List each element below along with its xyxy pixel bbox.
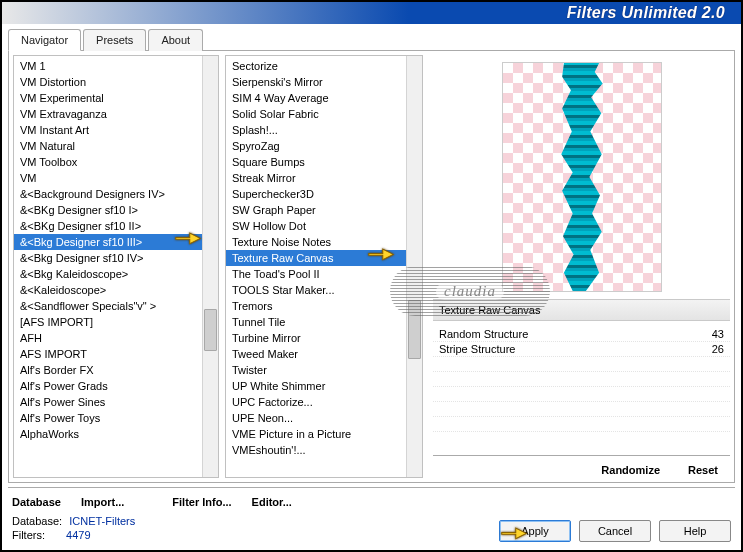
database-button[interactable]: Database	[8, 494, 65, 510]
list-item[interactable]: VM Distortion	[14, 74, 202, 90]
scrollbar-thumb[interactable]	[204, 309, 217, 351]
window-body: Navigator Presets About VM 1VM Distortio…	[2, 24, 741, 550]
status-row: Database: ICNET-Filters Filters: 4479 Ap…	[8, 510, 735, 544]
main-panel: VM 1VM DistortionVM ExperimentalVM Extra…	[8, 51, 735, 483]
param-row-empty	[433, 387, 730, 402]
list-item[interactable]: Solid Solar Fabric	[226, 106, 406, 122]
editor-button[interactable]: Editor...	[248, 494, 296, 510]
app-window: Filters Unlimited 2.0 Navigator Presets …	[0, 0, 743, 552]
category-column: VM 1VM DistortionVM ExperimentalVM Extra…	[13, 55, 219, 478]
list-item[interactable]: Alf's Power Toys	[14, 410, 202, 426]
tab-about[interactable]: About	[148, 29, 203, 51]
list-item[interactable]: SW Hollow Dot	[226, 218, 406, 234]
param-row[interactable]: Stripe Structure 26	[433, 342, 730, 357]
list-item[interactable]: &<BKg Designer sf10 II>	[14, 218, 202, 234]
list-item[interactable]: SW Graph Paper	[226, 202, 406, 218]
database-label: Database:	[12, 515, 62, 527]
list-item[interactable]: Alf's Power Grads	[14, 378, 202, 394]
list-item[interactable]: Alf's Power Sines	[14, 394, 202, 410]
list-item[interactable]: &<Background Designers IV>	[14, 186, 202, 202]
reset-button[interactable]: Reset	[684, 462, 722, 478]
list-item[interactable]: AFS IMPORT	[14, 346, 202, 362]
selected-filter-name: Texture Raw Canvas	[433, 299, 730, 321]
list-item[interactable]: TOOLS Star Maker...	[226, 282, 406, 298]
list-item[interactable]: Sectorize	[226, 58, 406, 74]
list-item[interactable]: Streak Mirror	[226, 170, 406, 186]
list-item[interactable]: UPC Factorize...	[226, 394, 406, 410]
category-list[interactable]: VM 1VM DistortionVM ExperimentalVM Extra…	[14, 56, 202, 477]
preview-image	[502, 62, 662, 292]
list-item[interactable]: Texture Noise Notes	[226, 234, 406, 250]
list-item[interactable]: Texture Raw Canvas	[226, 250, 406, 266]
cancel-button[interactable]: Cancel	[579, 520, 651, 542]
list-item[interactable]: UP White Shimmer	[226, 378, 406, 394]
filter-scrollbar[interactable]	[406, 56, 422, 477]
list-item[interactable]: [AFS IMPORT]	[14, 314, 202, 330]
title-bar: Filters Unlimited 2.0	[2, 2, 741, 24]
param-value: 26	[712, 343, 724, 355]
filter-column: SectorizeSierpenski's MirrorSIM 4 Way Av…	[225, 55, 423, 478]
list-item[interactable]: Twister	[226, 362, 406, 378]
scrollbar-thumb[interactable]	[408, 300, 421, 359]
list-item[interactable]: &<Bkg Designer sf10 IV>	[14, 250, 202, 266]
list-item[interactable]: VM Instant Art	[14, 122, 202, 138]
list-item[interactable]: Sierpenski's Mirror	[226, 74, 406, 90]
preview-area	[433, 55, 730, 299]
param-name: Random Structure	[439, 328, 712, 340]
list-item[interactable]: &<Sandflower Specials"v" >	[14, 298, 202, 314]
tab-presets[interactable]: Presets	[83, 29, 146, 51]
window-title: Filters Unlimited 2.0	[567, 4, 725, 22]
list-item[interactable]: Tweed Maker	[226, 346, 406, 362]
list-item[interactable]: SIM 4 Way Average	[226, 90, 406, 106]
list-item[interactable]: VM Toolbox	[14, 154, 202, 170]
bottom-link-row: Database Import... Filter Info... Editor…	[8, 487, 735, 510]
list-item[interactable]: SpyroZag	[226, 138, 406, 154]
list-item[interactable]: UPE Neon...	[226, 410, 406, 426]
tab-navigator[interactable]: Navigator	[8, 29, 81, 51]
help-button[interactable]: Help	[659, 520, 731, 542]
filter-list-wrap: SectorizeSierpenski's MirrorSIM 4 Way Av…	[225, 55, 423, 478]
tab-strip: Navigator Presets About	[8, 28, 735, 51]
list-item[interactable]: &<Bkg Designer sf10 III>	[14, 234, 202, 250]
filter-info-button[interactable]: Filter Info...	[168, 494, 235, 510]
list-item[interactable]: Tremors	[226, 298, 406, 314]
category-scrollbar[interactable]	[202, 56, 218, 477]
list-item[interactable]: Turbine Mirror	[226, 330, 406, 346]
list-item[interactable]: &<BKg Designer sf10 I>	[14, 202, 202, 218]
list-item[interactable]: Splash!...	[226, 122, 406, 138]
list-item[interactable]: AFH	[14, 330, 202, 346]
list-item[interactable]: &<Kaleidoscope>	[14, 282, 202, 298]
list-item[interactable]: Alf's Border FX	[14, 362, 202, 378]
right-action-row: Randomize Reset	[433, 455, 730, 478]
randomize-button[interactable]: Randomize	[597, 462, 664, 478]
category-list-wrap: VM 1VM DistortionVM ExperimentalVM Extra…	[13, 55, 219, 478]
param-row-empty	[433, 402, 730, 417]
list-item[interactable]: Tunnel Tile	[226, 314, 406, 330]
param-name: Stripe Structure	[439, 343, 712, 355]
list-item[interactable]: VM	[14, 170, 202, 186]
list-item[interactable]: The Toad's Pool II	[226, 266, 406, 282]
param-value: 43	[712, 328, 724, 340]
list-item[interactable]: VMEshoutin'!...	[226, 442, 406, 458]
list-item[interactable]: Square Bumps	[226, 154, 406, 170]
list-item[interactable]: &<Bkg Kaleidoscope>	[14, 266, 202, 282]
dialog-buttons: Apply Cancel Help	[499, 520, 731, 542]
list-item[interactable]: VM 1	[14, 58, 202, 74]
apply-button[interactable]: Apply	[499, 520, 571, 542]
list-item[interactable]: VM Extravaganza	[14, 106, 202, 122]
filter-list[interactable]: SectorizeSierpenski's MirrorSIM 4 Way Av…	[226, 56, 406, 477]
parameter-list: Random Structure 43 Stripe Structure 26	[433, 321, 730, 451]
filters-value: 4479	[48, 529, 90, 541]
import-button[interactable]: Import...	[77, 494, 128, 510]
param-row-empty	[433, 357, 730, 372]
param-row[interactable]: Random Structure 43	[433, 327, 730, 342]
list-item[interactable]: VM Natural	[14, 138, 202, 154]
preview-column: Texture Raw Canvas Random Structure 43 S…	[429, 55, 730, 478]
right-pane: Texture Raw Canvas Random Structure 43 S…	[433, 55, 730, 478]
database-value: ICNET-Filters	[65, 515, 135, 527]
filters-label: Filters:	[12, 529, 45, 541]
list-item[interactable]: VM Experimental	[14, 90, 202, 106]
list-item[interactable]: Superchecker3D	[226, 186, 406, 202]
list-item[interactable]: VME Picture in a Picture	[226, 426, 406, 442]
list-item[interactable]: AlphaWorks	[14, 426, 202, 442]
